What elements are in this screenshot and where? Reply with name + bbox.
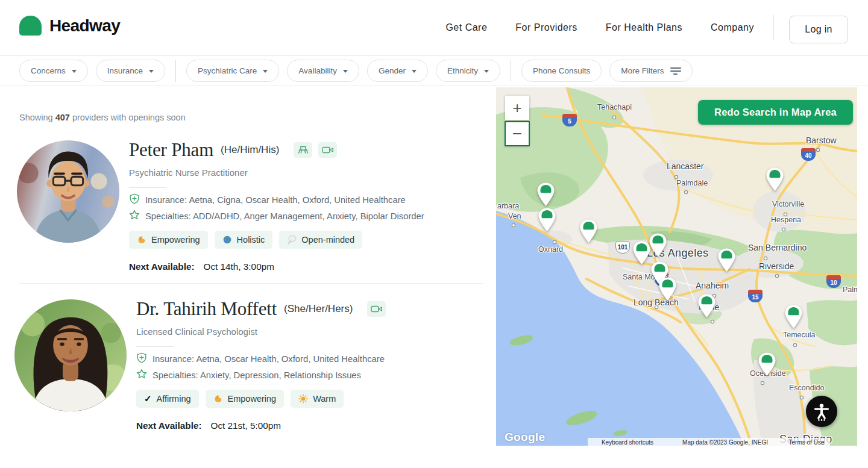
insurance-text: Insurance: Aetna, Cigna, Oscar Health, O…: [145, 195, 406, 205]
map-pin[interactable]: [536, 182, 556, 207]
provider-name: Peter Pham: [129, 139, 213, 161]
provider-details: Dr. Tahirih Moffett (She/Her/Hers) Licen…: [136, 296, 386, 431]
map-label: arbara: [497, 202, 519, 210]
chevron-down-icon: [149, 70, 154, 73]
provider-title: Licensed Clinical Psychologist: [136, 326, 386, 337]
provider-name-row: Peter Pham (He/Him/His): [129, 137, 424, 163]
filter-availability[interactable]: Availability: [287, 60, 359, 82]
map-pin[interactable]: [717, 248, 737, 272]
zoom-out-button[interactable]: −: [505, 122, 529, 146]
map-label: Oxnard: [538, 245, 563, 254]
google-logo: Google: [505, 431, 545, 444]
interstate-5-shield: 5: [562, 114, 577, 126]
map-pin[interactable]: [697, 293, 717, 318]
badge-label: Warm: [313, 394, 336, 404]
map-canvas[interactable]: 5 40 101 605 15 10 Tehachapi Barstow Lan…: [496, 87, 857, 446]
nav-item-for-providers[interactable]: For Providers: [515, 22, 577, 33]
map-label: Temecula: [783, 331, 816, 339]
filter-label: Psychiatric Care: [198, 66, 257, 75]
specialties-text: Specialties: Anxiety, Depression, Relati…: [153, 370, 361, 380]
muscle-icon: [137, 235, 146, 245]
keyboard-shortcuts-link[interactable]: Keyboard shortcuts: [588, 438, 667, 446]
brand-logo[interactable]: Headway: [19, 16, 120, 36]
next-available-row: Next Available:Oct 21st, 5:00pm: [136, 420, 386, 431]
specialties-text: Specialties: ADD/ADHD, Anger Management,…: [145, 211, 424, 221]
map-pin[interactable]: [537, 207, 557, 232]
nav-item-for-health-plans[interactable]: For Health Plans: [606, 22, 682, 33]
insurance-list: Aetna, Cigna, Oscar Health, Oxford, Unit…: [189, 195, 405, 205]
filter-bar: Concerns Insurance Psychiatric Care Avai…: [0, 56, 868, 86]
specialties-list: Anxiety, Depression, Relationship Issues: [200, 370, 361, 380]
insurance-label: Insurance:: [153, 354, 194, 364]
us-101-shield: 101: [615, 241, 630, 254]
filter-ethnicity[interactable]: Ethnicity: [436, 60, 500, 82]
nav-item-company[interactable]: Company: [711, 22, 754, 33]
next-available-label: Next Available:: [129, 261, 195, 272]
filter-label: Availability: [298, 66, 337, 75]
specialties-label: Specialties:: [145, 211, 191, 221]
badge-label: Holistic: [237, 235, 265, 245]
shield-plus-icon: [136, 352, 147, 366]
nav-item-get-care[interactable]: Get Care: [445, 22, 487, 33]
badge-empowering: Empowering: [129, 231, 208, 249]
specialties-list: ADD/ADHD, Anger Management, Anxiety, Bip…: [193, 211, 424, 221]
map-pin[interactable]: [658, 276, 678, 301]
map-pin[interactable]: [765, 167, 785, 192]
map-label: Barstow: [806, 136, 837, 145]
map-label: Palmdale: [676, 179, 708, 187]
map-label: Victorville: [772, 200, 804, 208]
session-type-icons: [294, 142, 337, 158]
interstate-10-shield: 10: [826, 275, 841, 288]
redo-search-button[interactable]: Redo Search in Map Area: [698, 100, 853, 125]
filter-label: Phone Consults: [533, 66, 590, 75]
thought-balloon-icon: [287, 235, 297, 245]
next-available-label: Next Available:: [136, 420, 202, 431]
insurance-label: Insurance:: [145, 195, 187, 205]
check-icon: ✓: [144, 393, 152, 404]
map-label: Escondido: [789, 384, 824, 392]
specialties-label: Specialties:: [153, 370, 198, 380]
map-label: Lancaster: [667, 161, 703, 171]
video-session-icon: [367, 301, 386, 317]
provider-title: Psychiatric Nurse Practitioner: [129, 167, 424, 178]
badge-label: Affirming: [157, 394, 191, 404]
badge-warm: Warm: [291, 390, 344, 408]
map-pin[interactable]: [648, 232, 668, 257]
in-person-session-icon: [294, 142, 312, 158]
chevron-down-icon: [484, 70, 489, 73]
session-type-icons: [367, 301, 386, 317]
sun-icon: [298, 394, 308, 404]
insurance-list: Aetna, Oscar Health, Oxford, United Heal…: [196, 354, 385, 364]
filter-lines-icon: [670, 67, 681, 75]
provider-name: Dr. Tahirih Moffett: [136, 298, 277, 320]
chevron-down-icon: [343, 70, 348, 73]
login-button[interactable]: Log in: [789, 16, 848, 43]
divider: [136, 346, 174, 347]
badge-open-minded: Open-minded: [279, 231, 362, 249]
terms-of-use-link[interactable]: Terms of Use: [783, 438, 830, 446]
filter-insurance[interactable]: Insurance: [96, 60, 165, 82]
summary-prefix: Showing: [19, 113, 53, 122]
filter-concerns[interactable]: Concerns: [19, 60, 88, 82]
map-label: Tehachapi: [597, 103, 632, 111]
map-label: Riverside: [759, 261, 794, 271]
accessibility-button[interactable]: [806, 396, 837, 427]
map-pin[interactable]: [579, 219, 599, 243]
map-pin[interactable]: [757, 352, 777, 376]
filter-label: Concerns: [31, 66, 66, 75]
zoom-in-button[interactable]: +: [505, 96, 529, 120]
filter-phone-consults[interactable]: Phone Consults: [521, 60, 602, 82]
personality-badges: Empowering Holistic Open-minded: [129, 231, 424, 249]
shield-plus-icon: [129, 193, 140, 207]
chevron-down-icon: [412, 70, 417, 73]
page: Headway Get Care For Providers For Healt…: [0, 0, 868, 468]
filter-psychiatric-care[interactable]: Psychiatric Care: [186, 60, 279, 82]
specialties-row: Specialties: Anxiety, Depression, Relati…: [136, 370, 386, 379]
filter-more-filters[interactable]: More Filters: [609, 60, 692, 82]
specialties-row: Specialties: ADD/ADHD, Anger Management,…: [129, 211, 424, 220]
map-pin[interactable]: [784, 304, 804, 329]
filter-gender[interactable]: Gender: [367, 60, 428, 82]
filter-label: Insurance: [107, 66, 143, 75]
interstate-40-shield: 40: [801, 148, 816, 161]
map-label: Ven: [508, 212, 521, 220]
